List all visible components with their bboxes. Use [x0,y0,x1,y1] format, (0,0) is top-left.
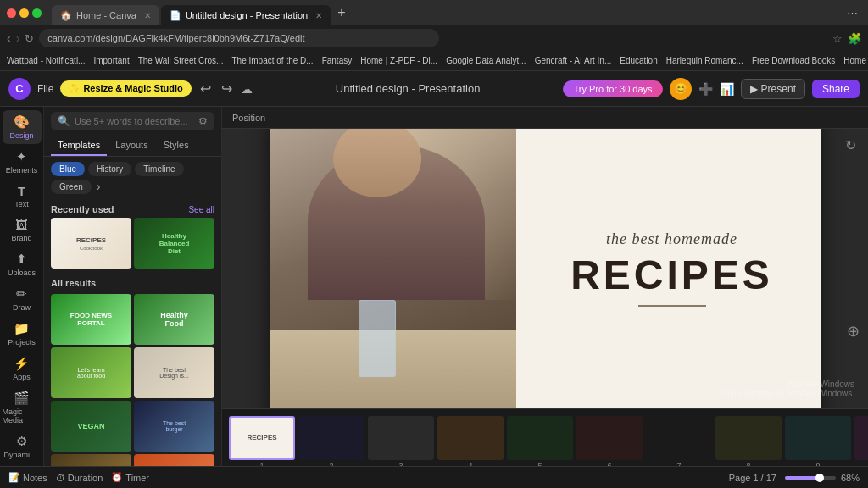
filter-icon[interactable]: ⚙ [198,115,208,127]
template-card-5[interactable]: VEGAN [51,401,131,452]
template-card-8[interactable]: FOOD [134,454,214,466]
user-avatar[interactable]: 😊 [670,78,692,100]
canva-logo[interactable]: C [8,78,31,100]
sidebar-item-brand[interactable]: 🖼 Brand [3,214,42,247]
nav-refresh[interactable]: ↻ [25,32,34,45]
save-cloud-icon[interactable]: ☁ [241,82,253,96]
nav-forward[interactable]: › [16,31,20,45]
zoom-track[interactable] [785,476,836,480]
extensions[interactable]: 🧩 [848,32,861,45]
duration-icon: ⏱ [56,473,65,483]
recent-template-1[interactable]: RECIPES Cookbook [51,218,131,269]
window-minimize[interactable] [19,8,29,18]
sidebar-item-elements[interactable]: ✦ Elements [3,145,42,179]
template-card-6[interactable]: The bestburger [134,401,214,452]
chip-history[interactable]: History [88,162,131,176]
address-bar[interactable]: canva.com/design/DAGFik4kFM/tiperc8l0bh9… [39,29,439,47]
chip-blue[interactable]: Blue [51,162,85,176]
zoom-thumb[interactable] [815,474,824,482]
template-card-3[interactable]: Let's learnabout food [51,347,131,398]
timer-button[interactable]: ⏰ Timer [111,472,149,483]
template-card-2[interactable]: HealthyFood [134,294,214,345]
slide-thumb-6[interactable]: 6 [576,416,643,460]
bookmark-education[interactable]: Education [620,56,657,65]
chip-green[interactable]: Green [51,180,92,194]
present-button[interactable]: ▶ Present [741,79,805,99]
magic-resize-button[interactable]: ✨ Resize & Magic Studio [60,80,191,97]
tab-layouts[interactable]: Layouts [108,136,155,156]
redo-button[interactable]: ↪ [220,79,234,98]
bookmark-home-pdf[interactable]: Home | Z-PDF - Di... [360,56,437,65]
tab-home-favicon: 🏠 [60,10,72,21]
template-card-4[interactable]: The bestDesign is... [134,347,214,398]
design-title[interactable]: Untitled design - Presentation [336,82,481,95]
recently-used-title: Recently used [51,204,114,214]
search-input[interactable] [75,116,194,126]
template-card-1[interactable]: FOOD NEWSPORTAL [51,294,131,345]
file-menu[interactable]: File [37,83,53,95]
resize-handle[interactable]: ⊕ [847,322,860,341]
browser-settings[interactable]: ⋯ [843,5,861,21]
bookmark-star[interactable]: ☆ [832,32,843,45]
canvas-refresh-button[interactable]: ↻ [845,137,856,153]
bookmark-wattpad[interactable]: Wattpad - Notificati... [7,56,85,65]
tab-home-close[interactable]: ✕ [144,11,151,20]
analytics-icon[interactable]: 📊 [720,82,734,96]
bookmark-google-data[interactable]: Google Data Analyt... [446,56,526,65]
templates-scroll: Recently used See all RECIPES Cookbook [44,199,221,466]
bookmark-harlequin[interactable]: Harlequin Romanc... [666,56,743,65]
bookmark-impact[interactable]: The Impact of the D... [231,56,313,65]
recent-template-2[interactable]: HealthyBalancedDiet [134,218,214,269]
slide-thumb-1[interactable]: RECIPES 1 [229,416,295,460]
nav-back[interactable]: ‹ [7,31,11,45]
notes-button[interactable]: 📝 Notes [8,472,47,483]
tab-add[interactable]: + [332,5,350,20]
undo-button[interactable]: ↩ [198,79,213,98]
window-close[interactable] [7,8,16,18]
slide-thumb-4[interactable]: 4 [437,416,504,460]
try-pro-button[interactable]: Try Pro for 30 days [563,80,662,97]
slide-thumb-9[interactable]: 9 [785,416,851,460]
slide-canvas[interactable]: the best homemade RECIPES [270,129,821,408]
bookmark-important[interactable]: Important [93,56,129,65]
sidebar-item-draw[interactable]: ✏ Draw [3,282,42,316]
bookmark-free-books[interactable]: Free Download Books [752,56,835,65]
tab-design[interactable]: 📄 Untitled design - Presentation ✕ [161,5,331,25]
tab-home-label: Home - Canva [76,10,136,20]
notes-icon: 📝 [8,472,20,483]
window-maximize[interactable] [32,8,42,18]
slide-thumb-8[interactable]: 8 [715,416,782,460]
chip-timeline[interactable]: Timeline [135,162,183,176]
chip-green-label: Green [59,182,83,191]
bookmark-fantasy[interactable]: Fantasy [322,56,353,65]
template-card-7[interactable]: CHEFPRESENTATION [51,454,131,466]
brand-label: Brand [11,234,31,242]
sidebar-item-projects[interactable]: 📁 Projects [3,317,42,351]
add-member-icon[interactable]: ➕ [698,82,713,96]
bookmark-gencraft[interactable]: Gencraft - AI Art In... [535,56,612,65]
slide-thumb-10[interactable]: 10 [854,416,868,460]
tab-styles[interactable]: Styles [157,136,196,156]
slide-thumb-5[interactable]: 5 [507,416,573,460]
sidebar-item-text[interactable]: T Text [3,180,42,213]
sidebar-item-uploads[interactable]: ⬆ Uploads [3,247,42,281]
sidebar-item-design[interactable]: 🎨 Design [3,110,42,144]
tab-templates[interactable]: Templates [51,136,107,156]
bookmark-canva-home[interactable]: Home - Canva [843,56,868,65]
share-button[interactable]: Share [812,80,860,98]
canvas-main[interactable]: ↻ [222,129,868,408]
see-all-recently[interactable]: See all [188,205,214,214]
sidebar-item-magic-media[interactable]: 🎬 Magic Media [3,386,42,429]
sidebar-item-dynamic-q[interactable]: ⚙ Dynamic Q... [3,430,42,463]
tab-home[interactable]: 🏠 Home - Canva ✕ [52,5,159,25]
slide-thumb-2[interactable]: 2 [298,416,364,460]
duration-button[interactable]: ⏱ Duration [56,473,103,483]
timer-icon: ⏰ [111,472,123,483]
slide-thumb-3[interactable]: 3 [368,416,434,460]
sidebar-item-apps[interactable]: ⚡ Apps [3,352,42,385]
slide-thumb-7[interactable]: 7 [646,416,712,460]
slide-title: RECIPES [570,252,773,298]
tab-design-close[interactable]: ✕ [315,11,322,20]
chip-more[interactable]: › [95,180,103,194]
bookmark-wsj[interactable]: The Wall Street Cros... [138,56,224,65]
